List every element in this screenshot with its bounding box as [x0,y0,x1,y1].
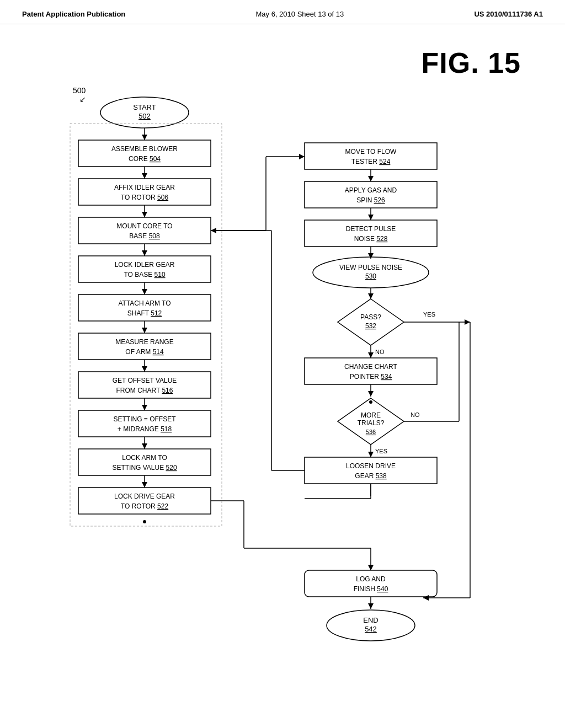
label-514b: OF ARM 514 [125,348,164,356]
label-536c: 536 [366,429,376,435]
label-538a: LOOSEN DRIVE [346,462,396,470]
end-number: 542 [365,625,377,633]
start-label: START [133,103,156,111]
label-524a: MOVE TO FLOW [345,148,397,156]
arrowhead-r5 [368,391,374,397]
arrowhead-4 [142,250,147,256]
arrowhead-9 [142,443,147,449]
yes-label: YES [423,311,435,318]
label-504a: ASSEMBLE BLOWER [111,145,178,153]
label-522a: LOCK DRIVE GEAR [114,493,175,500]
arrowhead-10 [142,482,147,488]
label-520a: LOCK ARM TO [122,454,167,462]
header-center: May 6, 2010 Sheet 13 of 13 [256,10,344,18]
conn-arrowhead [368,565,374,570]
arrowhead-r2 [368,215,374,220]
no2-label: NO [411,411,420,418]
label-536b: TRIALS? [358,419,385,427]
label-532b: 532 [365,322,376,330]
arrowhead-1 [142,135,147,140]
arrowhead-524-in [299,154,305,159]
label-540b: FINISH 540 [354,585,388,593]
label-508a: MOUNT CORE TO [116,222,172,230]
arrowhead-8 [142,405,147,410]
header-right: US 2010/0111736 A1 [474,10,543,18]
arrowhead-6 [142,328,147,333]
header-left: Patent Application Publication [22,10,125,18]
diagram-area: FIG. 15 500 ↙ START 502 ASSEMBLE BLOWER … [0,24,565,719]
no-label: NO [375,349,385,355]
arrowhead-5 [142,289,147,295]
label-518b: + MIDRANGE 518 [118,425,172,433]
label-536a: MORE [361,411,381,419]
no-arrowhead [368,352,374,358]
arrowhead-3 [142,212,147,217]
label-526b: SPIN 526 [356,196,385,204]
yes-to-log-head [423,595,429,601]
label-510a: LOCK IDLER GEAR [115,261,175,269]
label-506b: TO ROTOR 506 [121,194,169,201]
label-508b: BASE 508 [129,232,160,240]
start-number: 502 [138,112,151,120]
arrowhead-r1 [368,176,374,181]
dot-534 [369,400,372,404]
label-540a: LOG AND [356,575,386,583]
dot-marker [143,520,146,523]
arrowhead-r7 [368,603,374,609]
label-530b: 530 [365,272,376,280]
label-530a: VIEW PULSE NOISE [339,264,402,271]
label-516b: FROM CHART 516 [116,387,173,394]
loop-arrowhead [211,228,216,233]
label-532a: PASS? [360,313,381,321]
label-506a: AFFIX IDLER GEAR [114,184,175,191]
label-512a: ATTACH ARM TO [118,299,170,307]
label-528a: DETECT PULSE [346,225,396,233]
label-514a: MEASURE RANGE [115,338,173,346]
label-504b: CORE 504 [129,155,161,163]
label-534b: POINTER 534 [350,373,392,381]
arrowhead-r3 [368,253,374,259]
label-510b: TO BASE 510 [124,271,165,279]
label-528b: NOISE 528 [354,235,388,243]
yes2-arrowhead [368,452,374,457]
label-522b: TO ROTOR 522 [121,502,169,510]
fig-label: FIG. 15 [422,46,521,79]
label-512b: SHAFT 512 [127,309,162,317]
flowchart-svg: 500 ↙ START 502 ASSEMBLE BLOWER CORE 504… [40,41,525,703]
label-524b: TESTER 524 [351,158,391,165]
arrowhead-7 [142,366,147,372]
page-header: Patent Application Publication May 6, 20… [0,0,565,24]
yes-arrowhead [465,319,470,325]
label-538b: GEAR 538 [355,472,387,480]
label-520b: SETTING VALUE 520 [112,464,177,472]
label-534a: CHANGE CHART [344,363,397,371]
arrow-symbol: ↙ [79,95,86,104]
arrowhead-r4 [368,293,374,299]
arrowhead-2 [142,173,147,179]
end-label: END [363,616,378,624]
label-526a: APPLY GAS AND [345,186,397,194]
label-516a: GET OFFSET VALUE [113,377,177,384]
yes2-label: YES [375,448,387,454]
label-518a: SETTING = OFFSET [113,415,176,423]
label-500: 500 [73,86,86,95]
